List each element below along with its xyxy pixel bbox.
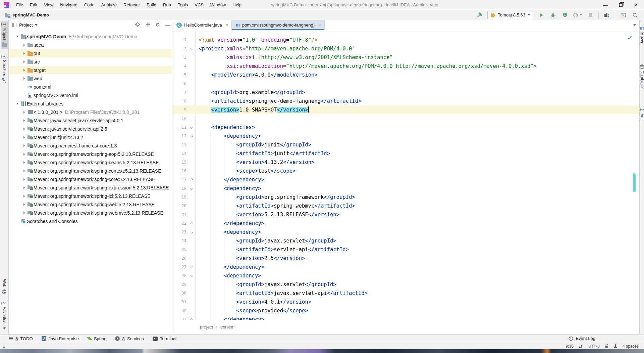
profiler-button[interactable]	[573, 12, 582, 18]
code-line-9[interactable]: 9 <version>1.0-SNAPSHOT</version>	[172, 105, 639, 114]
code-line-19[interactable]: 19 <groupId>org.springframework</groupId…	[172, 193, 639, 202]
editor-body[interactable]: 1<?xml version="1.0" encoding="UTF-8"?>2…	[172, 30, 639, 320]
tree-item-1-8-0-201[interactable]: < 1.8.0_201 >D:\Program Files\Java\jdk1.…	[9, 108, 172, 116]
toolwindow-button-database[interactable]: Database	[640, 64, 644, 88]
code-line-7[interactable]: 7 <groupId>org.example</groupId>	[172, 88, 639, 97]
tree-item-maven-org-springframework-spring-aop-5-2-13-release[interactable]: Maven: org.springframework:spring-aop:5.…	[9, 150, 172, 158]
line-separator-status[interactable]: LF	[579, 344, 583, 349]
close-tab-icon[interactable]: ×	[318, 23, 321, 28]
code-line-29[interactable]: 29 <groupId>javax.servlet</groupId>	[172, 280, 639, 289]
inspections-ok-icon[interactable]	[627, 35, 632, 41]
fold-marker-icon[interactable]	[189, 219, 195, 228]
tree-item-src[interactable]: src	[9, 57, 172, 66]
caret-position-status[interactable]: 9:36	[566, 344, 574, 349]
debug-button[interactable]	[549, 11, 557, 19]
minimize-button[interactable]: —	[598, 0, 613, 10]
menu-tools[interactable]: Tools	[174, 0, 191, 10]
toolwindow-button-ant[interactable]: Ant	[640, 108, 644, 120]
editor-tab-hellocontroller-java[interactable]: cHelloController.java×	[172, 20, 232, 30]
project-structure-button[interactable]	[603, 11, 610, 19]
tree-item-maven-junit-junit-4-13-2[interactable]: Maven: junit:junit:4.13.2	[9, 133, 172, 141]
tree-expand-arrow-icon[interactable]	[21, 170, 27, 172]
tree-item-target[interactable]: target	[9, 66, 172, 74]
tree-item-springmvc-demo[interactable]: springMVC-DemoE:\zhuhaipeng\springMVC-De…	[9, 32, 172, 41]
toolwindow-button-web[interactable]: Web	[1, 277, 8, 296]
code-line-25[interactable]: 25 <artifactId>servlet-api</artifactId>	[172, 245, 639, 254]
code-line-24[interactable]: 24 <groupId>javax.servlet</groupId>	[172, 236, 639, 245]
code-line-27[interactable]: 27 </dependency>	[172, 263, 639, 271]
tree-item-maven-org-hamcrest-hamcrest-core-1-3[interactable]: Maven: org.hamcrest:hamcrest-core:1.3	[9, 141, 172, 150]
fold-marker-icon[interactable]	[189, 271, 195, 280]
code-line-6[interactable]: 6	[172, 79, 639, 88]
toolbar-project-name[interactable]: springMVC-Demo	[5, 10, 49, 20]
tree-collapse-arrow-icon[interactable]	[15, 103, 20, 104]
menu-window[interactable]: Window	[207, 0, 229, 10]
chevron-down-icon[interactable]	[35, 24, 38, 26]
fold-marker-icon[interactable]	[189, 315, 195, 320]
restore-button[interactable]	[613, 0, 629, 10]
breadcrumb-item-project[interactable]: project	[200, 324, 213, 329]
toolwindow-button-event-log[interactable]: Event Log	[569, 334, 595, 343]
tree-expand-arrow-icon[interactable]	[21, 178, 27, 181]
tree-item-springmvc-demo-iml[interactable]: springMVC-Demo.iml	[9, 91, 172, 99]
menu-code[interactable]: Code	[81, 0, 98, 10]
menu-edit[interactable]: Edit	[26, 0, 41, 10]
tree-item-maven-org-springframework-spring-core-5-2-13-release[interactable]: Maven: org.springframework:spring-core:5…	[9, 175, 172, 183]
code-line-1[interactable]: 1<?xml version="1.0" encoding="UTF-8"?>	[172, 36, 639, 44]
menu-vcs[interactable]: VCS	[191, 0, 207, 10]
fold-marker-icon[interactable]	[189, 123, 195, 132]
tree-expand-arrow-icon[interactable]	[21, 186, 27, 189]
tree-expand-arrow-icon[interactable]	[21, 161, 27, 164]
code-line-31[interactable]: 31 <version>4.0.1</version>	[172, 298, 639, 306]
tree-expand-arrow-icon[interactable]	[21, 203, 27, 206]
code-line-26[interactable]: 26 <version>2.5</version>	[172, 254, 639, 263]
search-everywhere-button[interactable]	[631, 11, 639, 19]
toolwindow-button-7-structure[interactable]: 7: Structure	[1, 54, 8, 85]
tree-item-maven-javax-servlet-servlet-api-2-5[interactable]: Maven: javax.servlet:servlet-api:2.5	[9, 125, 172, 133]
tree-item-maven-org-springframework-spring-beans-5-2-13-release[interactable]: Maven: org.springframework:spring-beans:…	[9, 158, 172, 167]
menu-view[interactable]: View	[41, 0, 57, 10]
tree-item-maven-org-springframework-spring-web-5-2-13-release[interactable]: Maven: org.springframework:spring-web:5.…	[9, 200, 172, 209]
fold-marker-icon[interactable]	[189, 184, 195, 193]
tree-item-maven-javax-servlet-javax-servlet-api-4-0-1[interactable]: Maven: javax.servlet:javax.servlet-api:4…	[9, 116, 172, 125]
tree-item-web[interactable]: web	[9, 74, 172, 83]
code-line-21[interactable]: 21 <version>5.2.13.RELEASE</version>	[172, 210, 639, 219]
run-configuration-select[interactable]: Tomcat 8.5.63	[487, 11, 533, 19]
tree-expand-arrow-icon[interactable]	[21, 128, 27, 130]
tree-expand-arrow-icon[interactable]	[21, 52, 27, 55]
fold-marker-icon[interactable]	[189, 132, 195, 140]
tree-item-scratches-and-consoles[interactable]: Scratches and Consoles	[9, 217, 172, 225]
settings-gear-icon[interactable]: ⚙	[156, 22, 160, 28]
toolwindow-button-maven[interactable]: mMaven	[640, 26, 644, 44]
tree-expand-arrow-icon[interactable]	[21, 195, 27, 197]
tree-item-idea[interactable]: .idea	[9, 41, 172, 49]
tree-expand-arrow-icon[interactable]	[21, 111, 27, 114]
fold-marker-icon[interactable]	[189, 263, 195, 271]
code-line-3[interactable]: 3 xmlns:xsi="http://www.w3.org/2001/XMLS…	[172, 53, 639, 62]
tree-expand-arrow-icon[interactable]	[21, 136, 27, 139]
code-line-14[interactable]: 14 <artifactId>junit</artifactId>	[172, 149, 639, 158]
collapse-all-icon[interactable]	[146, 22, 150, 28]
code-line-5[interactable]: 5 <modelVersion>4.0.0</modelVersion>	[172, 71, 639, 79]
encoding-status[interactable]: UTF-8	[588, 344, 600, 349]
inspection-profile-icon[interactable]	[613, 344, 618, 349]
readonly-lock-icon[interactable]	[605, 344, 608, 349]
run-with-coverage-button[interactable]	[561, 11, 569, 19]
code-line-33[interactable]: 33 </dependency>	[172, 315, 639, 320]
menu-analyze[interactable]: Analyze	[98, 0, 120, 10]
code-line-16[interactable]: 16 <scope>test</scope>	[172, 167, 639, 175]
tree-expand-arrow-icon[interactable]	[21, 77, 27, 80]
tree-item-maven-org-springframework-spring-webmvc-5-2-13-release[interactable]: Maven: org.springframework:spring-webmvc…	[9, 209, 172, 217]
toolwindow-button-spring[interactable]: Spring	[88, 336, 107, 341]
menu-build[interactable]: Build	[143, 0, 160, 10]
code-line-4[interactable]: 4 xsi:schemaLocation="http://maven.apach…	[172, 62, 639, 71]
editor-tab-pom-xml-springmvc-demo-fangneng[interactable]: mpom.xml (springmvc-demo-fangneng)×	[232, 20, 324, 30]
tree-expand-arrow-icon[interactable]	[21, 44, 27, 46]
tree-expand-arrow-icon[interactable]	[21, 119, 27, 122]
hidden-tabs-icon[interactable]	[633, 24, 636, 26]
tree-item-maven-org-springframework-spring-context-5-2-13-release[interactable]: Maven: org.springframework:spring-contex…	[9, 167, 172, 175]
menu-help[interactable]: Help	[229, 0, 245, 10]
close-button[interactable]: ×	[629, 0, 644, 10]
toolwindow-button-8-services[interactable]: 8: Services	[115, 336, 144, 341]
code-line-10[interactable]: 10	[172, 114, 639, 123]
